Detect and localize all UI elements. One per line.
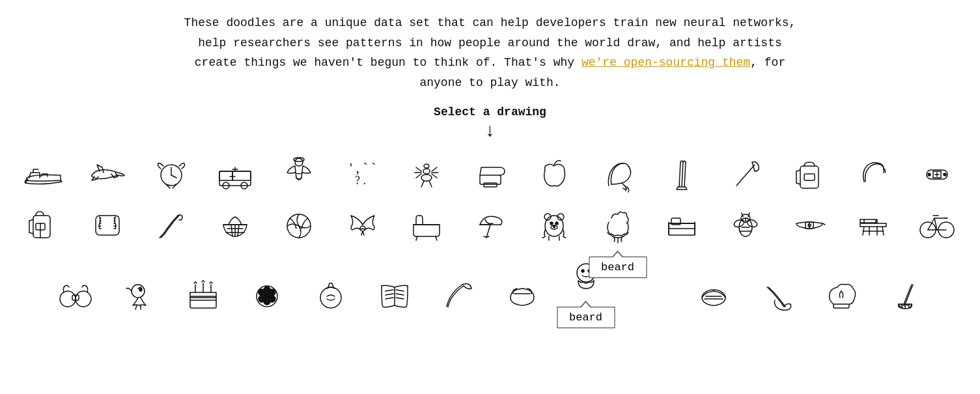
svg-point-19 <box>424 164 429 168</box>
svg-line-30 <box>679 162 680 187</box>
doodle-bandage[interactable] <box>908 150 966 197</box>
doodle-alarm-clock[interactable] <box>143 150 200 197</box>
doodle-backpack2[interactable] <box>15 201 72 247</box>
doodle-bird[interactable] <box>111 271 168 318</box>
doodle-bee[interactable] <box>717 201 774 247</box>
svg-rect-123 <box>190 292 216 298</box>
svg-line-26 <box>421 181 424 187</box>
description-text: These doodles are a unique data set that… <box>39 13 941 92</box>
doodle-angel[interactable] <box>270 150 328 197</box>
doodle-bathtub[interactable] <box>398 201 455 247</box>
doodle-ambulance[interactable] <box>206 150 264 197</box>
svg-text:? .: ? . <box>355 174 366 187</box>
doodle-beard-cell[interactable]: beard <box>589 201 647 247</box>
doodle-banana[interactable] <box>845 150 902 197</box>
doodle-bread2[interactable] <box>685 271 742 318</box>
doodle-bed[interactable] <box>653 201 710 247</box>
svg-point-17 <box>421 175 432 181</box>
doodle-ants[interactable]: ' , ` ` ? . <box>334 150 391 197</box>
doodle-axe[interactable] <box>717 150 774 197</box>
svg-line-74 <box>486 225 490 238</box>
svg-line-31 <box>682 162 683 187</box>
beard-tooltip-box: beard <box>557 307 615 328</box>
doodle-ant[interactable] <box>398 150 455 197</box>
doodle-row-1: ' , ` ` ? . <box>39 150 941 197</box>
doodle-beach-umbrella[interactable] <box>462 201 519 247</box>
svg-line-67 <box>238 225 239 236</box>
svg-line-142 <box>396 298 404 299</box>
svg-point-136 <box>320 287 341 308</box>
desc-line2: help researchers see patterns in how peo… <box>39 33 941 53</box>
select-drawing-label: Select a drawing <box>39 106 941 119</box>
svg-rect-108 <box>860 219 877 223</box>
svg-line-20 <box>416 167 421 171</box>
doodle-basketball[interactable] <box>270 201 328 247</box>
doodle-boomerang[interactable] <box>430 271 487 318</box>
svg-line-101 <box>822 223 825 225</box>
doodle-blueberry[interactable] <box>302 271 359 318</box>
doodle-grid: ' , ` ` ? . <box>39 150 941 337</box>
svg-point-135 <box>264 293 270 300</box>
svg-point-116 <box>76 291 91 307</box>
svg-rect-29 <box>484 183 497 187</box>
svg-line-33 <box>736 165 755 186</box>
svg-point-43 <box>928 173 931 176</box>
svg-line-120 <box>135 305 137 309</box>
doodle-arm[interactable] <box>589 150 647 197</box>
beard-label: beard <box>569 311 602 324</box>
arrow-down-icon: ↓ <box>39 122 941 141</box>
svg-point-18 <box>423 169 430 174</box>
svg-point-80 <box>550 222 553 225</box>
doodle-book[interactable] <box>366 271 423 318</box>
svg-line-25 <box>432 174 437 178</box>
svg-point-81 <box>555 222 558 225</box>
doodle-bat[interactable] <box>334 201 391 247</box>
doodle-binoculars[interactable] <box>47 271 104 318</box>
page: These doodles are a unique data set that… <box>0 0 980 350</box>
doodle-broom2[interactable] <box>749 271 806 318</box>
doodle-anvil[interactable] <box>462 150 519 197</box>
doodle-broom3[interactable] <box>876 271 934 318</box>
svg-line-158 <box>910 304 912 308</box>
svg-line-65 <box>231 225 232 236</box>
doodle-baseball-bat[interactable] <box>143 201 200 247</box>
svg-rect-85 <box>669 223 695 229</box>
doodle-belt[interactable] <box>781 201 838 247</box>
svg-point-92 <box>746 219 757 229</box>
svg-line-72 <box>416 236 417 240</box>
svg-line-71 <box>363 231 364 235</box>
doodle-bicycle[interactable] <box>908 201 966 247</box>
doodle-bush[interactable] <box>813 271 870 318</box>
svg-line-27 <box>429 181 432 187</box>
doodle-asparagus[interactable] <box>653 150 710 197</box>
svg-line-23 <box>432 167 437 171</box>
svg-line-151 <box>904 285 912 304</box>
doodle-backpack[interactable] <box>781 150 838 197</box>
doodle-aircraft-carrier[interactable] <box>15 150 72 197</box>
doodle-row-2: beard <box>39 201 941 247</box>
svg-rect-5 <box>219 171 232 180</box>
desc-line4: anyone to play with. <box>39 73 941 93</box>
svg-point-147 <box>702 290 725 305</box>
svg-line-46 <box>29 219 33 221</box>
doodle-bench[interactable] <box>845 201 902 247</box>
doodle-bear[interactable] <box>525 201 583 247</box>
doodle-birthday-cake[interactable] <box>175 271 232 318</box>
svg-line-141 <box>396 294 404 295</box>
svg-point-44 <box>944 173 946 176</box>
doodle-apple[interactable] <box>525 150 583 197</box>
open-source-link[interactable]: we're open-sourcing them <box>581 56 750 69</box>
svg-point-83 <box>553 226 555 228</box>
desc-line3: create things we haven't begun to think … <box>39 53 941 73</box>
svg-line-152 <box>905 285 913 304</box>
beard-tooltip-text: beard <box>601 261 634 274</box>
doodle-blackberry[interactable] <box>238 271 296 318</box>
doodle-baseball[interactable] <box>79 201 136 247</box>
svg-line-48 <box>29 232 33 234</box>
svg-rect-6 <box>232 171 251 180</box>
doodle-airplane[interactable] <box>79 150 136 197</box>
svg-rect-35 <box>804 174 815 180</box>
svg-point-118 <box>132 285 145 298</box>
doodle-basket[interactable] <box>206 201 264 247</box>
doodle-bread[interactable] <box>494 271 551 318</box>
